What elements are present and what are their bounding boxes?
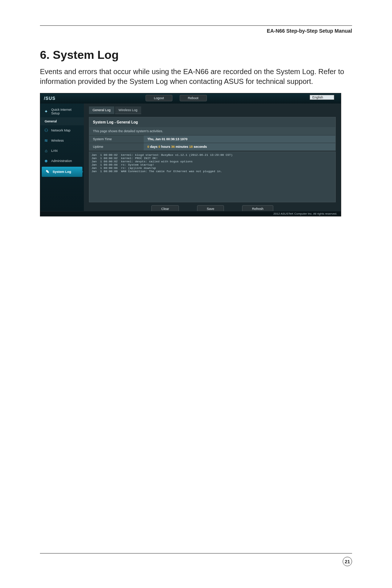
main-panel: General Log Wireless Log System Log - Ge… xyxy=(84,104,341,212)
uptime-value: 0 days 0 hours 36 minutes 18 seconds xyxy=(144,143,335,150)
sidebar-general-header: General xyxy=(40,117,84,125)
sidebar-quick-setup[interactable]: ✦ Quick Internet Setup xyxy=(40,106,84,117)
language-value: English xyxy=(312,96,323,99)
router-ui-screenshot: /SUS Logout Reboot English ✦ Quick Inter… xyxy=(40,93,341,216)
language-select[interactable]: English xyxy=(310,95,334,100)
manual-header: EA-N66 Step-by-Step Setup Manual xyxy=(40,25,352,34)
home-icon: ⌂ xyxy=(43,148,49,154)
sidebar-item-lan[interactable]: ⌂ LAN xyxy=(40,146,84,156)
sidebar-item-label: Quick Internet Setup xyxy=(51,108,81,115)
section-body: Events and errors that occur while using… xyxy=(40,67,352,86)
page-number: 21 xyxy=(343,557,352,566)
network-icon: ⚇ xyxy=(43,127,49,133)
sidebar-item-label: System Log xyxy=(53,170,71,174)
reboot-button[interactable]: Reboot xyxy=(180,95,207,101)
sidebar-item-label: LAN xyxy=(51,149,58,153)
wifi-icon: ≋ xyxy=(43,138,49,143)
row-uptime: Uptime 0 days 0 hours 36 minutes 18 seco… xyxy=(89,143,335,150)
tab-wireless-log[interactable]: Wireless Log xyxy=(115,106,141,114)
sidebar-item-wireless[interactable]: ≋ Wireless xyxy=(40,135,84,146)
sidebar-item-label: Administration xyxy=(51,159,72,163)
logout-button[interactable]: Logout xyxy=(146,95,172,101)
sidebar-item-administration[interactable]: ☻ Administration xyxy=(40,156,84,166)
sidebar-item-label: Wireless xyxy=(51,139,64,142)
section-title: 6. System Log xyxy=(40,48,352,62)
copyright-footer: 2012 ASUSTeK Computer Inc. All rights re… xyxy=(40,211,341,216)
sidebar-item-system-log[interactable]: ✎ System Log xyxy=(42,167,82,177)
panel-title: System Log - General Log xyxy=(89,117,335,127)
uptime-label: Uptime xyxy=(89,143,144,150)
tabs: General Log Wireless Log xyxy=(89,106,336,114)
sidebar-item-network-map[interactable]: ⚇ Network Map xyxy=(40,125,84,135)
system-time-value: Thu, Jan 01 00:36:13 1970 xyxy=(144,135,335,143)
system-time-label: System Time xyxy=(89,135,144,143)
wand-icon: ✦ xyxy=(43,109,49,114)
panel-description: This page shows the detailed system's ac… xyxy=(89,127,335,135)
log-icon: ✎ xyxy=(45,169,50,175)
person-icon: ☻ xyxy=(43,158,49,164)
log-textarea[interactable]: Jan 1 00:00:02 kernel: klogd started: Bu… xyxy=(89,151,336,202)
sidebar: ✦ Quick Internet Setup General ⚇ Network… xyxy=(40,104,84,212)
row-system-time: System Time Thu, Jan 01 00:36:13 1970 xyxy=(89,135,335,143)
top-bar: /SUS Logout Reboot English xyxy=(40,93,341,104)
asus-logo: /SUS xyxy=(44,96,56,101)
panel-box: System Log - General Log This page shows… xyxy=(89,117,336,151)
page-footer-line xyxy=(40,553,352,553)
sidebar-item-label: Network Map xyxy=(51,129,70,132)
tab-general-log[interactable]: General Log xyxy=(89,106,114,114)
